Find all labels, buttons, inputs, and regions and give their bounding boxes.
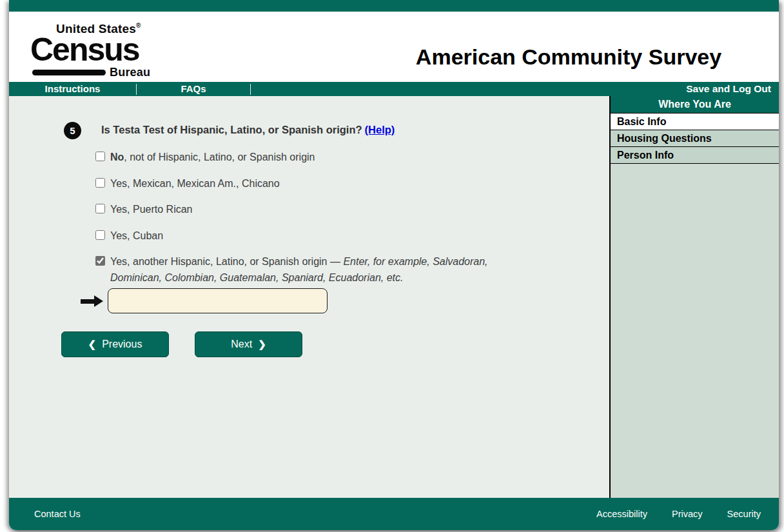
main-nav: Instructions FAQs Save and Log Out	[9, 82, 779, 96]
census-bureau-logo: United States® Census Bureau	[30, 22, 150, 79]
checkbox-another-origin[interactable]	[95, 256, 105, 266]
checkbox-cuban[interactable]	[95, 230, 105, 240]
option-another-origin[interactable]: Yes, another Hispanic, Latino, or Spanis…	[95, 254, 540, 286]
page-footer: Contact Us Accessibility Privacy Securit…	[9, 498, 779, 530]
logo-underline-bar	[32, 70, 106, 75]
nav-item-instructions[interactable]: Instructions	[9, 82, 136, 96]
next-button[interactable]: Next❯	[195, 331, 302, 357]
survey-page: United States® Census Bureau American Co…	[9, 0, 779, 530]
sidebar-item-housing-questions[interactable]: Housing Questions	[611, 130, 779, 147]
option-mexican[interactable]: Yes, Mexican, Mexican Am., Chicano	[95, 176, 540, 192]
arrow-right-icon	[81, 295, 103, 307]
previous-button[interactable]: ❮Previous	[61, 331, 169, 357]
question-number-badge: 5	[64, 122, 81, 139]
checkbox-mexican[interactable]	[95, 178, 105, 188]
page-title: American Community Survey	[370, 44, 767, 70]
nav-separator	[250, 84, 251, 95]
option-puerto-rican[interactable]: Yes, Puerto Rican	[95, 202, 540, 218]
contact-us-link[interactable]: Contact Us	[9, 509, 81, 519]
registered-mark: ®	[136, 22, 141, 29]
nav-item-faqs[interactable]: FAQs	[137, 82, 250, 96]
progress-sidebar: Where You Are Basic Info Housing Questio…	[609, 96, 779, 498]
sidebar-item-basic-info[interactable]: Basic Info	[611, 113, 779, 130]
navigation-buttons: ❮Previous Next❯	[61, 331, 302, 357]
logo-bureau: Bureau	[110, 66, 150, 79]
answer-options: No, not of Hispanic, Latino, or Spanish …	[95, 150, 540, 286]
write-in-row	[81, 288, 328, 313]
top-accent-bar	[9, 0, 779, 12]
question-content: 5 Is Testa Test of Hispanic, Latino, or …	[9, 96, 609, 498]
option-cuban[interactable]: Yes, Cuban	[95, 228, 540, 244]
checkbox-puerto-rican[interactable]	[95, 204, 105, 213]
origin-write-in-input[interactable]	[108, 288, 328, 313]
page-header: United States® Census Bureau American Co…	[9, 12, 779, 82]
checkbox-no-hispanic[interactable]	[95, 152, 105, 161]
save-and-logout-link[interactable]: Save and Log Out	[686, 83, 779, 95]
option-no-hispanic[interactable]: No, not of Hispanic, Latino, or Spanish …	[95, 150, 540, 166]
chevron-right-icon: ❯	[258, 339, 266, 350]
sidebar-item-person-info[interactable]: Person Info	[611, 147, 779, 164]
security-link[interactable]: Security	[727, 509, 761, 519]
privacy-link[interactable]: Privacy	[672, 509, 703, 519]
accessibility-link[interactable]: Accessibility	[596, 509, 647, 519]
chevron-left-icon: ❮	[88, 339, 97, 350]
help-link[interactable]: (Help)	[365, 124, 395, 135]
sidebar-title: Where You Are	[611, 96, 779, 113]
question-5: 5 Is Testa Test of Hispanic, Latino, or …	[9, 96, 609, 139]
question-text: Is Testa Test of Hispanic, Latino, or Sp…	[101, 122, 395, 136]
logo-census: Census	[30, 36, 150, 63]
